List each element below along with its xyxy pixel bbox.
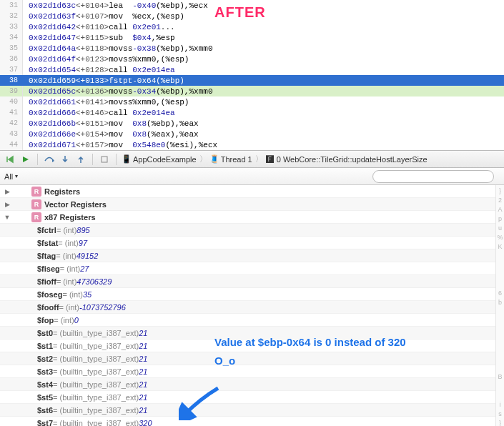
asm-row[interactable]: 410x02d1d666 <+0146> call 0x2e014ea [0,107,504,118]
rerun-icon[interactable] [4,154,16,165]
asm-operands: -0x38(%ebp),%xmm0 [132,44,212,53]
asm-offset: <+0146> [76,109,109,117]
step-into-icon[interactable] [59,154,71,165]
chevron-down-icon: ▾ [15,173,18,179]
asm-operands: -0x64(%ebp) [132,76,184,85]
asm-row[interactable]: 430x02d1d66e <+0154> mov 0x8(%eax),%eax [0,129,504,139]
asm-mnemonic: mov [109,12,132,21]
resume-icon[interactable] [20,154,31,165]
variable-row[interactable]: $ftag = (int) 49152 [0,249,495,262]
asm-offset: <+0123> [76,55,109,64]
asm-row[interactable]: 360x02d1d64f <+0123> movss %xmm0,(%esp) [0,54,504,64]
variable-row[interactable]: $st0 = (builtin_type_i387_ext) 21 [0,327,495,340]
variable-row[interactable]: $st1 = (builtin_type_i387_ext) 21 [0,340,495,352]
variable-row[interactable]: $fioff = (int) 47306329 [0,275,495,288]
variable-row[interactable]: $fstat = (int) 97 [0,237,495,249]
asm-mnemonic: movss [109,55,132,64]
register-type: = (int) [56,226,76,234]
variables-pane: ▶RRegisters▶RVector Registers▼Rx87 Regis… [0,185,504,426]
register-group-label: x87 Registers [44,213,96,222]
asm-offset: <+0157> [76,141,109,149]
asm-row[interactable]: 340x02d1d647 <+0115> sub $0x4,%esp [0,32,504,43]
register-name: $st5 [37,393,53,402]
disclosure-triangle-icon[interactable]: ▶ [3,188,11,195]
disassembly-pane: 310x02d1d63c <+0104> lea -0x40(%ebp),%ec… [0,0,504,151]
debug-toolbar: 📱 AppCodeExample 〉 🧵 Thread 1 〉 🅵 0 WebC… [0,151,504,168]
asm-row[interactable]: 400x02d1d661 <+0141> movss %xmm0,(%esp) [0,96,504,107]
variable-row[interactable]: $st2 = (builtin_type_i387_ext) 21 [0,352,495,365]
frame-icon: 🅵 [266,155,275,164]
register-type: = (builtin_type_i387_ext) [53,329,139,337]
breadcrumb-thread[interactable]: 🧵 Thread 1 [210,155,252,164]
asm-offset: <+0107> [76,12,109,21]
asm-row[interactable]: 350x02d1d64a <+0118> movss -0x38(%ebp),%… [0,43,504,54]
asm-operands: 0x548e0(%esi),%ecx [132,141,217,149]
asm-row[interactable]: 320x02d1d63f <+0107> mov %ecx,(%esp) [0,11,504,21]
svg-rect-0 [102,157,107,162]
variable-row[interactable]: $st4 = (builtin_type_i387_ext) 21 [0,378,495,391]
register-value: 21 [139,329,147,337]
asm-row[interactable]: 380x02d1d659 <+0133> fstpt -0x64(%ebp) [0,75,504,86]
register-name: $ftag [37,252,56,260]
chevron-right-icon: 〉 [255,154,263,164]
asm-row[interactable]: 420x02d1d66b <+0151> mov 0x8(%ebp),%eax [0,118,504,129]
register-name: $fop [37,316,54,325]
asm-row[interactable]: 310x02d1d63c <+0104> lea -0x40(%ebp),%ec… [0,0,504,11]
asm-row[interactable]: 370x02d1d654 <+0128> call 0x2e014ea [0,64,504,75]
variable-row[interactable]: $fop = (int) 0 [0,314,495,327]
disclosure-triangle-icon[interactable]: ▼ [3,214,11,221]
register-type: = (int) [59,303,79,312]
variable-row[interactable]: $st6 = (builtin_type_i387_ext) 21 [0,404,495,417]
register-value: 21 [139,380,147,389]
register-name: $fctrl [37,226,56,234]
register-badge-icon: R [31,199,41,209]
asm-offset: <+0154> [76,130,109,139]
asm-operands: 0x8(%eax),%eax [132,130,198,139]
asm-offset: <+0128> [76,66,109,74]
register-name: $fooff [37,303,59,312]
asm-mnemonic: movss [109,98,132,106]
asm-address: 0x02d1d64a [23,44,76,53]
thread-icon: 🧵 [210,155,219,164]
step-out-icon[interactable] [75,154,87,165]
variable-row[interactable]: $st7 = (builtin_type_i387_ext) 320 [0,417,495,426]
variable-row[interactable]: $st5 = (builtin_type_i387_ext) 21 [0,391,495,404]
line-number: 41 [0,107,23,118]
asm-row[interactable]: 330x02d1d642 <+0110> call 0x2e01... [0,21,504,32]
search-input[interactable] [372,170,494,183]
asm-row[interactable]: 440x02d1d671 <+0157> mov 0x548e0(%esi),%… [0,139,504,150]
register-type: = (builtin_type_i387_ext) [53,355,139,363]
breadcrumb-app[interactable]: 📱 AppCodeExample [122,155,197,164]
breadcrumb-frame[interactable]: 🅵 0 WebCore::TileGrid::updateHostLayerSi… [266,155,428,164]
register-value: 21 [139,393,147,402]
line-number: 35 [0,43,23,54]
variable-row[interactable]: $fiseg = (int) 27 [0,262,495,275]
variable-row[interactable]: $fooff = (int) -1073752796 [0,301,495,314]
asm-offset: <+0118> [76,44,109,53]
asm-address: 0x02d1d647 [23,34,76,42]
variable-row[interactable]: $st3 = (builtin_type_i387_ext) 21 [0,365,495,378]
disclosure-triangle-icon[interactable]: ▶ [3,201,11,208]
frames-icon[interactable] [99,154,110,165]
register-name: $foseg [37,290,62,299]
variables-filter-bar: All ▾ 🔍 [0,168,504,185]
variable-row[interactable]: ▶RRegisters [0,185,495,198]
filter-dropdown[interactable]: All ▾ [4,172,18,181]
asm-row[interactable]: 390x02d1d65c <+0136> movss -0x34(%ebp),%… [0,86,504,96]
asm-operands: 0x2e01... [132,23,174,31]
breadcrumb-thread-label: Thread 1 [221,155,252,164]
variable-row[interactable]: ▶RVector Registers [0,198,495,211]
app-icon: 📱 [122,155,131,164]
line-number: 39 [0,86,23,96]
variable-row[interactable]: $fctrl = (int) 895 [0,224,495,237]
register-type: = (builtin_type_i387_ext) [53,393,139,402]
step-over-icon[interactable] [44,154,55,165]
variable-row[interactable]: $foseg = (int) 35 [0,288,495,301]
asm-operands: %xmm0,(%esp) [132,98,189,106]
register-value: 21 [139,355,147,363]
variable-row[interactable]: ▼Rx87 Registers [0,211,495,224]
register-type: = (builtin_type_i387_ext) [53,342,139,350]
asm-offset: <+0115> [76,34,109,42]
register-name: $st4 [37,380,53,389]
register-name: $st7 [37,419,53,427]
